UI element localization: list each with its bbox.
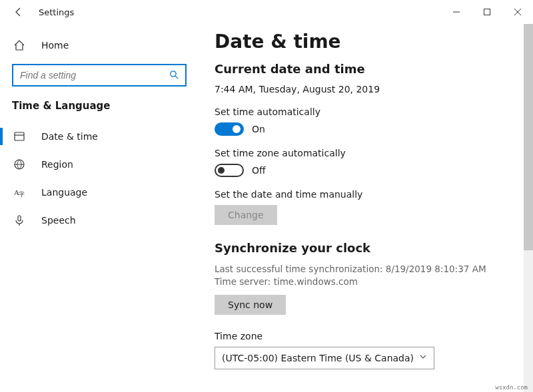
auto-time-state: On [252,124,265,134]
sync-server-text: Time server: time.windows.com [215,276,502,288]
language-icon: A字 [13,186,25,198]
svg-rect-1 [484,9,490,15]
home-icon [13,39,25,51]
sidebar-home[interactable]: Home [0,32,199,59]
sidebar-home-label: Home [41,40,69,51]
close-button[interactable] [502,0,533,24]
change-button[interactable]: Change [215,205,277,225]
auto-time-label: Set time automatically [215,106,502,117]
svg-point-4 [171,71,176,76]
sidebar-item-date-time[interactable]: Date & time [0,122,199,150]
sidebar-item-label: Speech [41,215,76,226]
titlebar: Settings [0,0,533,24]
timezone-dropdown[interactable]: (UTC-05:00) Eastern Time (US & Canada) [215,347,434,369]
chevron-down-icon [419,353,427,363]
timezone-value: (UTC-05:00) Eastern Time (US & Canada) [222,353,414,363]
timezone-label: Time zone [215,331,502,341]
manual-label: Set the date and time manually [215,189,502,200]
sidebar-item-label: Language [41,187,87,198]
page-title: Date & time [215,31,502,53]
sidebar-group-title: Time & Language [0,96,199,122]
current-datetime-value: 7:44 AM, Tuesday, August 20, 2019 [215,84,502,95]
search-box[interactable] [12,64,187,87]
globe-icon [13,158,25,170]
back-button[interactable] [9,3,28,21]
sync-heading: Synchronize your clock [215,241,502,255]
svg-rect-11 [18,216,21,221]
search-input[interactable] [20,70,169,81]
auto-tz-state: Off [252,165,266,176]
search-icon [169,70,179,81]
scrollbar-thumb[interactable] [524,24,533,250]
auto-tz-toggle[interactable] [215,164,244,177]
window-controls [441,0,533,24]
sidebar-item-label: Region [41,159,73,170]
svg-text:字: 字 [19,191,25,198]
current-datetime-heading: Current date and time [215,62,502,76]
auto-tz-label: Set time zone automatically [215,148,502,158]
auto-time-toggle[interactable] [215,122,244,136]
calendar-clock-icon [13,130,25,142]
sync-last-text: Last successful time synchronization: 8/… [215,263,502,276]
sync-now-button[interactable]: Sync now [215,295,286,315]
microphone-icon [13,214,25,226]
svg-rect-6 [15,132,24,140]
watermark: wsxdn.com [495,384,528,391]
scrollbar[interactable] [524,24,533,392]
svg-line-5 [175,76,178,79]
sidebar-item-language[interactable]: A字 Language [0,178,199,206]
sidebar: Home Time & Language Date & time [0,24,199,392]
sidebar-item-region[interactable]: Region [0,150,199,178]
maximize-button[interactable] [472,0,502,24]
sidebar-item-speech[interactable]: Speech [0,206,199,234]
minimize-button[interactable] [441,0,472,24]
sidebar-item-label: Date & time [41,131,98,142]
window-title: Settings [39,7,74,17]
main-content: Date & time Current date and time 7:44 A… [199,24,533,392]
